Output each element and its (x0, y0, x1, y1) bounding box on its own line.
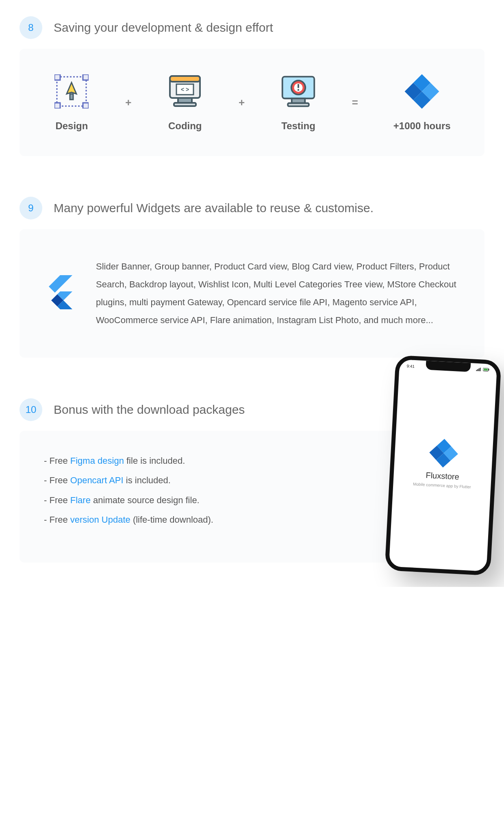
effort-label: Design (55, 120, 88, 132)
svg-rect-22 (480, 367, 480, 371)
section-title: Saving your development & design effort (54, 19, 273, 36)
effort-result-label: +1000 hours (393, 120, 451, 132)
battery-icon (483, 368, 489, 372)
svg-rect-3 (54, 103, 60, 109)
section-8: 8 Saving your development & design effor… (0, 0, 504, 180)
testing-icon (280, 73, 317, 110)
section-title: Many powerful Widgets are available to r… (54, 200, 374, 217)
link-figma[interactable]: Figma design (70, 456, 124, 466)
svg-rect-19 (476, 370, 477, 371)
svg-rect-21 (478, 368, 479, 371)
phone-status-icons (476, 367, 489, 372)
effort-label: Testing (281, 120, 315, 132)
svg-rect-24 (484, 368, 488, 371)
svg-rect-4 (83, 103, 89, 109)
svg-text:< >: < > (181, 86, 189, 93)
section-title: Bonus with the download packages (54, 401, 245, 418)
equals-icon: = (352, 96, 358, 109)
svg-rect-2 (83, 74, 89, 80)
link-version-update[interactable]: version Update (70, 515, 130, 525)
section-10: 10 Bonus with the download packages - Fr… (0, 382, 504, 587)
flutter-icon (44, 275, 76, 312)
section-number-badge: 9 (20, 197, 42, 219)
phone-mockup: 9:41 Fluxstore Mobile commerce app by Fl… (385, 355, 501, 576)
phone-notch (426, 361, 471, 372)
widgets-card: Slider Banner, Group banner, Product Car… (20, 229, 484, 358)
svg-rect-20 (477, 369, 478, 371)
phone-frame: 9:41 Fluxstore Mobile commerce app by Fl… (385, 355, 501, 576)
effort-card: Design + < > Coding + (20, 49, 484, 156)
phone-app-logo (433, 443, 454, 464)
effort-result: +1000 hours (393, 73, 451, 132)
effort-row: Design + < > Coding + (36, 73, 468, 132)
svg-rect-17 (298, 84, 299, 88)
diamond-icon (404, 73, 440, 110)
svg-rect-9 (174, 103, 196, 106)
effort-testing: Testing (280, 73, 317, 132)
signal-icon (476, 367, 482, 371)
phone-time: 9:41 (406, 364, 415, 369)
phone-app-tagline: Mobile commerce app by Flutter (413, 482, 471, 489)
svg-rect-7 (170, 76, 200, 82)
svg-rect-25 (488, 369, 489, 371)
section-number-badge: 10 (20, 398, 42, 421)
plus-icon: + (125, 96, 131, 109)
plus-icon: + (239, 96, 245, 109)
svg-rect-14 (288, 103, 309, 106)
effort-coding: < > Coding (167, 73, 203, 132)
section-header: 8 Saving your development & design effor… (20, 16, 484, 39)
svg-rect-5 (70, 94, 73, 100)
coding-icon: < > (167, 73, 203, 110)
section-9: 9 Many powerful Widgets are available to… (0, 180, 504, 382)
effort-design: Design (53, 73, 90, 132)
section-header: 9 Many powerful Widgets are available to… (20, 197, 484, 219)
phone-app-title: Fluxstore (426, 471, 459, 482)
widgets-text: Slider Banner, Group banner, Product Car… (96, 258, 460, 329)
section-number-badge: 8 (20, 16, 42, 39)
link-opencart[interactable]: Opencart API (70, 475, 124, 485)
design-icon (53, 73, 90, 110)
svg-rect-1 (54, 74, 60, 80)
effort-label: Coding (168, 120, 202, 132)
link-flare[interactable]: Flare (70, 495, 91, 505)
svg-rect-18 (298, 89, 299, 91)
